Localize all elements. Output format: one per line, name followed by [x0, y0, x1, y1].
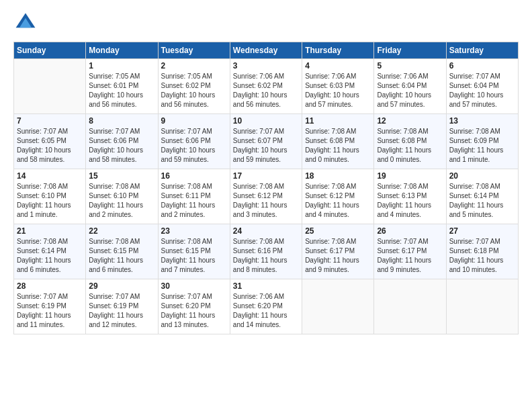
- day-info: Sunrise: 7:08 AM Sunset: 6:14 PM Dayligh…: [449, 182, 515, 220]
- calendar-cell: 13Sunrise: 7:08 AM Sunset: 6:09 PM Dayli…: [446, 114, 518, 169]
- calendar-table: SundayMondayTuesdayWednesdayThursdayFrid…: [13, 42, 519, 334]
- day-number: 15: [89, 171, 154, 181]
- day-number: 31: [233, 281, 299, 291]
- calendar-cell: 21Sunrise: 7:08 AM Sunset: 6:14 PM Dayli…: [14, 224, 86, 279]
- page-container: SundayMondayTuesdayWednesdayThursdayFrid…: [0, 0, 532, 341]
- calendar-cell: 27Sunrise: 7:07 AM Sunset: 6:18 PM Dayli…: [446, 224, 518, 279]
- calendar-cell: 8Sunrise: 7:07 AM Sunset: 6:06 PM Daylig…: [86, 114, 158, 169]
- day-info: Sunrise: 7:07 AM Sunset: 6:20 PM Dayligh…: [161, 292, 227, 330]
- weekday-sunday: Sunday: [14, 42, 86, 59]
- calendar-cell: 9Sunrise: 7:07 AM Sunset: 6:06 PM Daylig…: [158, 114, 230, 169]
- day-number: 19: [377, 171, 443, 181]
- day-info: Sunrise: 7:08 AM Sunset: 6:09 PM Dayligh…: [449, 127, 515, 165]
- calendar-cell: 4Sunrise: 7:06 AM Sunset: 6:03 PM Daylig…: [302, 59, 374, 114]
- calendar-cell: 16Sunrise: 7:08 AM Sunset: 6:11 PM Dayli…: [158, 169, 230, 224]
- day-info: Sunrise: 7:07 AM Sunset: 6:19 PM Dayligh…: [89, 292, 154, 330]
- day-number: 12: [377, 116, 443, 126]
- calendar-cell: 19Sunrise: 7:08 AM Sunset: 6:13 PM Dayli…: [374, 169, 446, 224]
- day-number: 14: [17, 171, 83, 181]
- day-info: Sunrise: 7:08 AM Sunset: 6:11 PM Dayligh…: [161, 182, 227, 220]
- day-info: Sunrise: 7:08 AM Sunset: 6:16 PM Dayligh…: [233, 237, 299, 275]
- logo: [13, 11, 40, 35]
- calendar-cell: 10Sunrise: 7:07 AM Sunset: 6:07 PM Dayli…: [230, 114, 302, 169]
- day-number: 1: [89, 61, 154, 71]
- day-number: 10: [233, 116, 299, 126]
- day-number: 4: [305, 61, 371, 71]
- day-info: Sunrise: 7:07 AM Sunset: 6:19 PM Dayligh…: [17, 292, 83, 330]
- day-info: Sunrise: 7:08 AM Sunset: 6:10 PM Dayligh…: [17, 182, 83, 220]
- calendar-cell: 29Sunrise: 7:07 AM Sunset: 6:19 PM Dayli…: [86, 279, 158, 334]
- day-info: Sunrise: 7:07 AM Sunset: 6:06 PM Dayligh…: [161, 127, 227, 165]
- calendar-cell: 17Sunrise: 7:08 AM Sunset: 6:12 PM Dayli…: [230, 169, 302, 224]
- day-info: Sunrise: 7:05 AM Sunset: 6:02 PM Dayligh…: [161, 72, 227, 109]
- calendar-cell: 11Sunrise: 7:08 AM Sunset: 6:08 PM Dayli…: [302, 114, 374, 169]
- calendar-cell: 12Sunrise: 7:08 AM Sunset: 6:08 PM Dayli…: [374, 114, 446, 169]
- day-info: Sunrise: 7:07 AM Sunset: 6:07 PM Dayligh…: [233, 127, 299, 165]
- calendar-cell: 18Sunrise: 7:08 AM Sunset: 6:12 PM Dayli…: [302, 169, 374, 224]
- calendar-cell: 26Sunrise: 7:07 AM Sunset: 6:17 PM Dayli…: [374, 224, 446, 279]
- day-info: Sunrise: 7:08 AM Sunset: 6:08 PM Dayligh…: [305, 127, 371, 165]
- day-info: Sunrise: 7:08 AM Sunset: 6:12 PM Dayligh…: [305, 182, 371, 220]
- day-info: Sunrise: 7:08 AM Sunset: 6:12 PM Dayligh…: [233, 182, 299, 220]
- day-info: Sunrise: 7:07 AM Sunset: 6:18 PM Dayligh…: [449, 237, 515, 275]
- weekday-saturday: Saturday: [446, 42, 518, 59]
- calendar-cell: 5Sunrise: 7:06 AM Sunset: 6:04 PM Daylig…: [374, 59, 446, 114]
- day-info: Sunrise: 7:08 AM Sunset: 6:15 PM Dayligh…: [89, 237, 154, 275]
- calendar-cell: 22Sunrise: 7:08 AM Sunset: 6:15 PM Dayli…: [86, 224, 158, 279]
- logo-icon: [13, 11, 38, 35]
- calendar-cell: 7Sunrise: 7:07 AM Sunset: 6:05 PM Daylig…: [14, 114, 86, 169]
- day-info: Sunrise: 7:07 AM Sunset: 6:06 PM Dayligh…: [89, 127, 154, 165]
- calendar-week-3: 14Sunrise: 7:08 AM Sunset: 6:10 PM Dayli…: [14, 169, 519, 224]
- day-number: 18: [305, 171, 371, 181]
- calendar-cell: 20Sunrise: 7:08 AM Sunset: 6:14 PM Dayli…: [446, 169, 518, 224]
- day-info: Sunrise: 7:08 AM Sunset: 6:08 PM Dayligh…: [377, 127, 443, 165]
- day-number: 20: [449, 171, 515, 181]
- weekday-thursday: Thursday: [302, 42, 374, 59]
- day-info: Sunrise: 7:08 AM Sunset: 6:10 PM Dayligh…: [89, 182, 154, 220]
- calendar-cell: 24Sunrise: 7:08 AM Sunset: 6:16 PM Dayli…: [230, 224, 302, 279]
- day-number: 7: [17, 116, 83, 126]
- day-number: 3: [233, 61, 299, 71]
- calendar-cell: 30Sunrise: 7:07 AM Sunset: 6:20 PM Dayli…: [158, 279, 230, 334]
- calendar-cell: [446, 279, 518, 334]
- calendar-cell: 2Sunrise: 7:05 AM Sunset: 6:02 PM Daylig…: [158, 59, 230, 114]
- day-info: Sunrise: 7:06 AM Sunset: 6:03 PM Dayligh…: [305, 72, 371, 109]
- calendar-cell: [302, 279, 374, 334]
- calendar-cell: 6Sunrise: 7:07 AM Sunset: 6:04 PM Daylig…: [446, 59, 518, 114]
- day-info: Sunrise: 7:06 AM Sunset: 6:20 PM Dayligh…: [233, 292, 299, 330]
- day-number: 25: [305, 226, 371, 236]
- calendar-cell: 1Sunrise: 7:05 AM Sunset: 6:01 PM Daylig…: [86, 59, 158, 114]
- day-number: 13: [449, 116, 515, 126]
- day-number: 8: [89, 116, 154, 126]
- calendar-week-4: 21Sunrise: 7:08 AM Sunset: 6:14 PM Dayli…: [14, 224, 519, 279]
- weekday-monday: Monday: [86, 42, 158, 59]
- day-number: 17: [233, 171, 299, 181]
- day-info: Sunrise: 7:08 AM Sunset: 6:17 PM Dayligh…: [305, 237, 371, 275]
- day-number: 5: [377, 61, 443, 71]
- day-number: 11: [305, 116, 371, 126]
- day-number: 6: [449, 61, 515, 71]
- day-number: 24: [233, 226, 299, 236]
- weekday-friday: Friday: [374, 42, 446, 59]
- day-number: 26: [377, 226, 443, 236]
- day-number: 30: [161, 281, 227, 291]
- calendar-cell: 28Sunrise: 7:07 AM Sunset: 6:19 PM Dayli…: [14, 279, 86, 334]
- day-info: Sunrise: 7:08 AM Sunset: 6:13 PM Dayligh…: [377, 182, 443, 220]
- day-number: 2: [161, 61, 227, 71]
- day-info: Sunrise: 7:08 AM Sunset: 6:15 PM Dayligh…: [161, 237, 227, 275]
- calendar-cell: 14Sunrise: 7:08 AM Sunset: 6:10 PM Dayli…: [14, 169, 86, 224]
- calendar-cell: 15Sunrise: 7:08 AM Sunset: 6:10 PM Dayli…: [86, 169, 158, 224]
- calendar-cell: 25Sunrise: 7:08 AM Sunset: 6:17 PM Dayli…: [302, 224, 374, 279]
- weekday-wednesday: Wednesday: [230, 42, 302, 59]
- day-number: 28: [17, 281, 83, 291]
- day-number: 9: [161, 116, 227, 126]
- day-info: Sunrise: 7:07 AM Sunset: 6:17 PM Dayligh…: [377, 237, 443, 275]
- day-info: Sunrise: 7:07 AM Sunset: 6:05 PM Dayligh…: [17, 127, 83, 165]
- day-info: Sunrise: 7:06 AM Sunset: 6:02 PM Dayligh…: [233, 72, 299, 109]
- calendar-week-1: 1Sunrise: 7:05 AM Sunset: 6:01 PM Daylig…: [14, 59, 519, 114]
- day-number: 21: [17, 226, 83, 236]
- calendar-cell: [14, 59, 86, 114]
- calendar-cell: 23Sunrise: 7:08 AM Sunset: 6:15 PM Dayli…: [158, 224, 230, 279]
- calendar-cell: [374, 279, 446, 334]
- day-number: 27: [449, 226, 515, 236]
